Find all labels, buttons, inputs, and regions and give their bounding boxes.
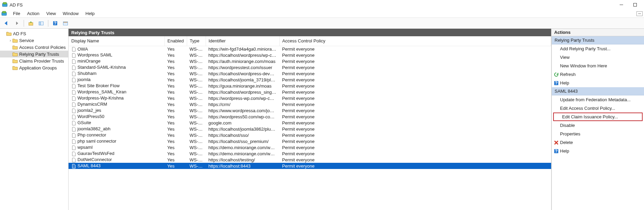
table-row[interactable]: DynamicsCRMYesWS-T...https://crm/Permit … xyxy=(69,101,551,107)
cell-type: WS-T... xyxy=(187,144,206,150)
menu-view[interactable]: View xyxy=(43,10,59,17)
table-row[interactable]: GauravTestWsFedYesWS-T...https://demo.mi… xyxy=(69,150,551,157)
table-row[interactable]: Test Site Broker FlowYesWS-T...https://g… xyxy=(69,83,551,89)
cell-type: WS-T... xyxy=(187,83,206,89)
cell-enabled: Yes xyxy=(165,70,187,77)
cell-enabled: Yes xyxy=(165,77,187,83)
menu-action[interactable]: Action xyxy=(24,10,43,17)
menu-file[interactable]: File xyxy=(10,10,24,17)
table-row[interactable]: joomlaYesWS-T...https://localhost/joomla… xyxy=(69,77,551,83)
action-item[interactable]: ?Help xyxy=(552,147,644,155)
cell-access-policy: Permit everyone xyxy=(279,77,551,83)
table-row[interactable]: OWAYesWS-T...https://win-fgd7d4a4ga0.min… xyxy=(69,46,551,52)
cell-display-name: miniOrange xyxy=(69,58,165,64)
menu-help[interactable]: Help xyxy=(82,10,98,17)
col-enabled[interactable]: Enabled xyxy=(165,36,187,46)
cell-display-name: WordPress50 xyxy=(69,114,165,120)
tree-node[interactable]: ›Service xyxy=(0,37,68,44)
action-item[interactable]: Refresh xyxy=(552,70,644,79)
action-item[interactable]: Add Relying Party Trust... xyxy=(552,44,644,53)
table-row[interactable]: Wordpress_SAML_KiranYesWS-T...https://lo… xyxy=(69,89,551,95)
col-type[interactable]: Type xyxy=(187,36,206,46)
action-item[interactable]: Edit Access Control Policy... xyxy=(552,104,644,113)
menu-window[interactable]: Window xyxy=(59,10,82,17)
cell-display-name: DynamicsCRM xyxy=(69,101,165,107)
table-row[interactable]: joomla3862_abhYesWS-T...https://localhos… xyxy=(69,126,551,132)
trust-item-icon xyxy=(71,78,77,82)
table-row[interactable]: Standard-SAML-KrishnaYesWS-T...https://w… xyxy=(69,64,551,70)
table-row[interactable]: GSuiteYesWS-T...google.comPermit everyon… xyxy=(69,120,551,126)
cell-display-name: GauravTestWsFed xyxy=(69,150,165,157)
action-item[interactable]: ?Help xyxy=(552,79,644,87)
tree-node[interactable]: Access Control Policies xyxy=(0,44,68,51)
cell-access-policy: Permit everyone xyxy=(279,95,551,101)
table-row[interactable]: WordPress50YesWS-T...https://wordpress50… xyxy=(69,114,551,120)
expand-icon[interactable]: › xyxy=(8,38,12,42)
list-view[interactable]: Display Name Enabled Type Identifier Acc… xyxy=(69,36,551,210)
table-row[interactable]: Php connectorYesWS-T...https://localhost… xyxy=(69,132,551,138)
cell-display-name: SAML 8443 xyxy=(69,163,165,169)
actions-pane: Actions Relying Party Trusts Add Relying… xyxy=(551,29,644,210)
action-item[interactable]: Properties xyxy=(552,130,644,138)
cell-enabled: Yes xyxy=(165,144,187,150)
up-folder-button[interactable] xyxy=(26,19,35,27)
cell-type: WS-T... xyxy=(187,138,206,144)
trust-item-icon xyxy=(71,164,77,169)
svg-text:?: ? xyxy=(555,81,558,86)
restore-mdi-button[interactable] xyxy=(636,11,643,16)
cell-type: WS-T... xyxy=(187,95,206,101)
table-row[interactable]: SAML 8443YesWS-T...https://localhost:844… xyxy=(69,163,551,169)
back-button[interactable] xyxy=(2,19,11,27)
table-row[interactable]: Wordpress-Wp-KrishnaYesWS-T...https://wo… xyxy=(69,95,551,101)
table-row[interactable]: ShubhamYesWS-T...https://localhost/wordp… xyxy=(69,70,551,77)
cell-access-policy: Permit everyone xyxy=(279,46,551,52)
forward-button[interactable] xyxy=(12,19,21,27)
cell-type: WS-T... xyxy=(187,52,206,58)
cell-type: WS-T... xyxy=(187,120,206,126)
new-window-button[interactable] xyxy=(61,19,70,27)
action-item[interactable]: Edit Claim Issuance Policy... xyxy=(553,113,643,121)
maximize-button[interactable] xyxy=(628,1,642,9)
action-label: Edit Access Control Policy... xyxy=(560,106,615,111)
cell-display-name: GSuite xyxy=(69,120,165,126)
tree-node[interactable]: Application Groups xyxy=(0,64,68,71)
tree-label: Claims Provider Trusts xyxy=(19,58,64,64)
cell-display-name: joomla3862_abh xyxy=(69,126,165,132)
cell-type: WS-T... xyxy=(187,132,206,138)
trust-item-icon xyxy=(71,127,77,132)
action-item[interactable]: View xyxy=(552,53,644,62)
cell-enabled: Yes xyxy=(165,89,187,95)
cell-identifier: https://localhost/sso_premium/ xyxy=(206,138,279,144)
table-row[interactable]: wpsamlYesWS-T...https://demo.miniorange.… xyxy=(69,144,551,150)
action-item[interactable]: Disable xyxy=(552,121,644,130)
action-item[interactable]: New Window from Here xyxy=(552,62,644,70)
tree-node-adfs[interactable]: AD FS xyxy=(0,30,68,37)
minimize-button[interactable] xyxy=(615,1,628,9)
col-identifier[interactable]: Identifier xyxy=(206,36,279,46)
action-item[interactable]: Delete xyxy=(552,138,644,147)
cell-access-policy: Permit everyone xyxy=(279,89,551,95)
cell-identifier: https://auth.miniorange.com/moas xyxy=(206,58,279,64)
table-row[interactable]: php saml connectorYesWS-T...https://loca… xyxy=(69,138,551,144)
action-label: Properties xyxy=(560,131,580,136)
help-toolbar-button[interactable]: ? xyxy=(51,19,60,27)
trust-item-icon xyxy=(71,152,77,156)
col-display-name[interactable]: Display Name xyxy=(69,36,165,46)
tree-node[interactable]: Relying Party Trusts xyxy=(0,51,68,57)
cell-access-policy: Permit everyone xyxy=(279,114,551,120)
show-hide-tree-button[interactable] xyxy=(37,19,46,27)
cell-identifier: https://localhost/wordpress_single_si... xyxy=(206,89,279,95)
action-label: Edit Claim Issuance Policy... xyxy=(562,114,618,119)
table-row[interactable]: DotNetConnectorYesWS-T...https://localho… xyxy=(69,157,551,163)
tree-node[interactable]: Claims Provider Trusts xyxy=(0,57,68,64)
cell-identifier: https://wordpress-wp.com/wp-conten... xyxy=(206,95,279,101)
trust-item-icon xyxy=(71,108,77,113)
table-row[interactable]: miniOrangeYesWS-T...https://auth.miniora… xyxy=(69,58,551,64)
trust-item-icon xyxy=(71,71,77,76)
table-row[interactable]: Wordpress SAMLYesWS-T...https://localhos… xyxy=(69,52,551,58)
cell-enabled: Yes xyxy=(165,52,187,58)
table-row[interactable]: joomla2_jesYesWS-T...https://www.wordpre… xyxy=(69,107,551,114)
cell-enabled: Yes xyxy=(165,64,187,70)
col-access-policy[interactable]: Access Control Policy xyxy=(279,36,551,46)
actions-section-header: Relying Party Trusts xyxy=(552,36,644,44)
